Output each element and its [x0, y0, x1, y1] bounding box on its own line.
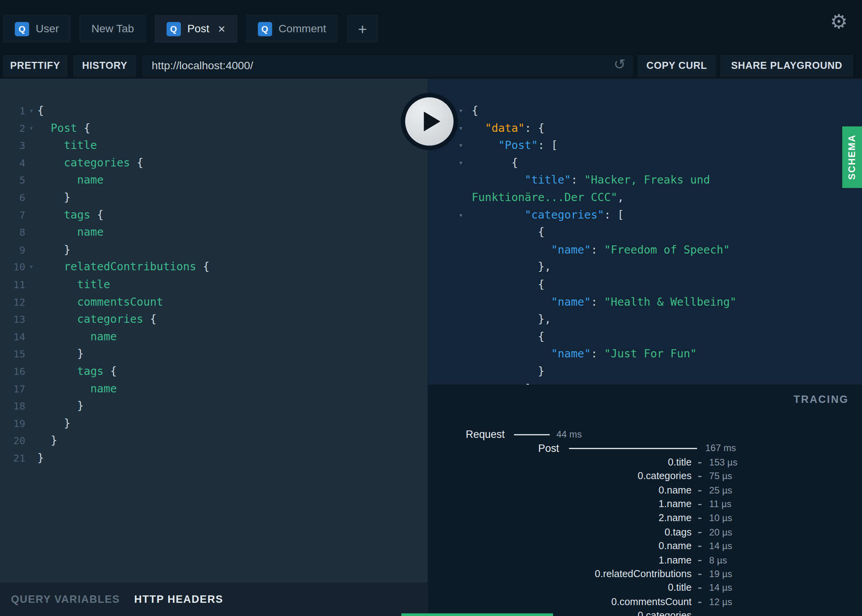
fold-spacer: [25, 380, 37, 397]
response-line: ▾ {: [428, 154, 862, 172]
tracing-bar: [698, 462, 701, 463]
fold-arrow-icon[interactable]: ▾: [459, 102, 463, 120]
query-badge: Q: [166, 22, 181, 36]
query-badge: Q: [15, 22, 29, 36]
main-area: 1▾{2▾ Post {3 title4 categories {5 name6…: [0, 79, 862, 616]
editor-line: 12 commentsCount: [0, 293, 428, 311]
line-number: 10: [0, 259, 25, 276]
editor-line: 3 title: [0, 137, 428, 154]
editor-line: 11 title: [0, 276, 428, 293]
tracing-row: 1.name8 µs: [428, 553, 862, 567]
editor-line: 14 name: [0, 328, 428, 345]
fold-arrow-icon[interactable]: ▾: [459, 206, 463, 224]
query-editor[interactable]: 1▾{2▾ Post {3 title4 categories {5 name6…: [0, 79, 428, 583]
line-number: 11: [0, 276, 25, 293]
fold-spacer: [25, 415, 37, 432]
tracing-value: 10 µs: [709, 511, 732, 525]
line-number: 8: [0, 224, 25, 241]
editor-line: 5 name: [0, 172, 428, 189]
fold-arrow-icon[interactable]: ▾: [459, 120, 463, 137]
tracing-bar: [698, 490, 701, 491]
tracing-row: 0.relatedContributions19 µs: [428, 567, 862, 581]
tracing-bar: [514, 434, 550, 435]
tracing-value: 167 ms: [705, 441, 736, 455]
fold-spacer: [25, 224, 37, 241]
endpoint-url: http://localhost:4000/: [152, 60, 253, 72]
tracing-value: 14 µs: [709, 539, 732, 553]
tracing-row: 0.title14 µs: [428, 581, 862, 595]
response-line: }: [428, 363, 862, 380]
tab-label: Post: [187, 23, 209, 35]
line-number: 1: [0, 102, 25, 120]
line-number: 21: [0, 450, 25, 467]
tracing-row: 2.name10 µs: [428, 511, 862, 525]
tracing-label: 1.name: [428, 553, 692, 567]
tracing-row: 0.name25 µs: [428, 483, 862, 497]
fold-spacer: [25, 206, 37, 224]
fold-arrow-icon[interactable]: ▾: [459, 137, 463, 154]
editor-line: 15 }: [0, 345, 428, 363]
tracing-value: 8 µs: [709, 553, 727, 567]
prettify-button[interactable]: PRETTIFY: [3, 55, 68, 77]
history-button[interactable]: HISTORY: [73, 55, 137, 77]
tracing-label: 0.title: [428, 581, 692, 595]
line-number: 16: [0, 363, 25, 380]
tracing-row: 1.name11 µs: [428, 497, 862, 511]
fold-spacer: [25, 432, 37, 450]
fold-spacer: [25, 293, 37, 311]
tracing-value: 14 µs: [709, 581, 732, 595]
response-line: {: [428, 328, 862, 345]
line-number: 14: [0, 328, 25, 345]
tracing-value: 20 µs: [709, 525, 732, 539]
query-badge: Q: [258, 22, 272, 36]
tracing-row: Request44 ms: [428, 428, 862, 442]
tracing-row: Post167 ms: [428, 441, 862, 455]
response-line: ▾ "data": {: [428, 120, 862, 137]
tab-post[interactable]: QPost×: [154, 15, 237, 43]
tracing-bar: [698, 476, 701, 477]
http-headers-tab[interactable]: HTTP HEADERS: [134, 593, 223, 606]
tracing-title: TRACING: [794, 394, 849, 406]
tab-user[interactable]: QUser: [3, 15, 71, 43]
fold-arrow-icon[interactable]: ▾: [25, 259, 37, 276]
share-playground-button[interactable]: SHARE PLAYGROUND: [720, 55, 853, 77]
tracing-value: 25 µs: [709, 483, 732, 497]
fold-spacer: [25, 450, 37, 467]
editor-line: 9 }: [0, 241, 428, 259]
line-number: 20: [0, 432, 25, 450]
tracing-bar: [698, 504, 701, 505]
schema-tab[interactable]: SCHEMA: [842, 126, 862, 188]
fold-arrow-icon[interactable]: ▾: [25, 120, 37, 137]
tracing-row: 0.categories75 µs: [428, 469, 862, 483]
endpoint-input[interactable]: http://localhost:4000/ ↺: [142, 55, 633, 77]
settings-gear-icon[interactable]: ⚙: [830, 12, 848, 32]
tracing-label: Post: [428, 441, 559, 455]
line-number: 15: [0, 345, 25, 363]
tab-comment[interactable]: QComment: [245, 15, 338, 43]
editor-line: 21}: [0, 450, 428, 467]
editor-line: 13 categories {: [0, 311, 428, 328]
reset-endpoint-icon[interactable]: ↺: [613, 57, 625, 71]
line-number: 4: [0, 154, 25, 172]
editor-line: 18 }: [0, 397, 428, 415]
fold-arrow-icon[interactable]: ▾: [459, 154, 463, 172]
response-line: "name": "Just For Fun": [428, 345, 862, 363]
response-line: Funktionäre...Der CCC",: [428, 189, 862, 206]
copy-curl-button[interactable]: COPY CURL: [638, 55, 716, 77]
tab-new-tab[interactable]: New Tab: [79, 15, 146, 43]
tracing-label: 0.commentsCount: [428, 595, 692, 609]
query-variables-tab[interactable]: QUERY VARIABLES: [11, 593, 120, 606]
fold-spacer: [25, 397, 37, 415]
new-tab-button[interactable]: +: [347, 15, 378, 43]
editor-line: 2▾ Post {: [0, 120, 428, 137]
line-number: 5: [0, 172, 25, 189]
execute-button[interactable]: [401, 93, 458, 150]
editor-line: 16 tags {: [0, 363, 428, 380]
close-tab-icon[interactable]: ×: [218, 23, 225, 35]
fold-arrow-icon[interactable]: ▾: [25, 102, 37, 120]
tracing-bar: [698, 588, 701, 589]
fold-spacer: [25, 328, 37, 345]
tracing-value: 11 µs: [709, 497, 731, 511]
tracing-bar: [698, 560, 701, 561]
tracing-value: 153 µs: [709, 455, 738, 469]
